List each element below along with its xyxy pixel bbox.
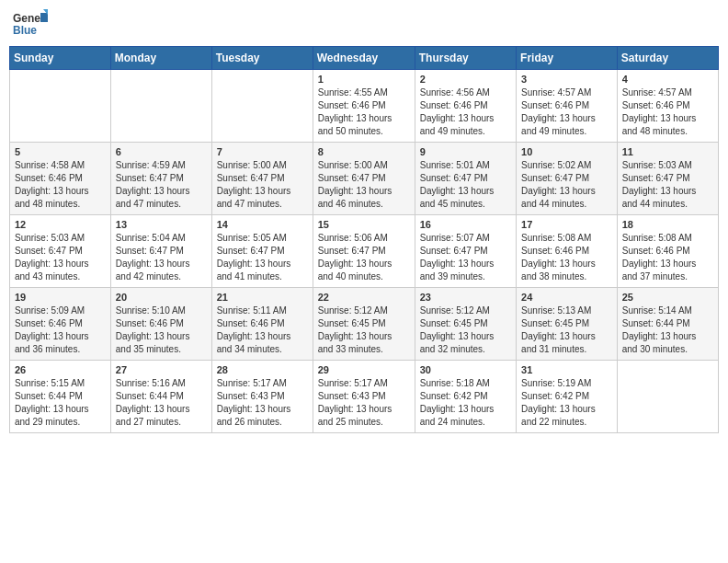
- day-number: 21: [217, 292, 308, 303]
- calendar-cell: 23Sunrise: 5:12 AM Sunset: 6:45 PM Dayli…: [415, 288, 516, 361]
- day-info: Sunrise: 5:18 AM Sunset: 6:42 PM Dayligh…: [420, 377, 511, 429]
- day-info: Sunrise: 5:11 AM Sunset: 6:46 PM Dayligh…: [217, 304, 308, 356]
- day-info: Sunrise: 5:03 AM Sunset: 6:47 PM Dayligh…: [15, 232, 106, 283]
- calendar-cell: [110, 70, 211, 143]
- calendar-cell: 25Sunrise: 5:14 AM Sunset: 6:44 PM Dayli…: [617, 288, 718, 361]
- calendar-cell: 17Sunrise: 5:08 AM Sunset: 6:46 PM Dayli…: [517, 215, 618, 288]
- day-info: Sunrise: 4:57 AM Sunset: 6:46 PM Dayligh…: [521, 86, 612, 138]
- calendar-cell: 15Sunrise: 5:06 AM Sunset: 6:47 PM Dayli…: [313, 215, 415, 288]
- logo-icon: General Blue: [13, 9, 48, 39]
- calendar-cell: 16Sunrise: 5:07 AM Sunset: 6:47 PM Dayli…: [415, 215, 516, 288]
- calendar-cell: [211, 70, 313, 143]
- day-info: Sunrise: 4:55 AM Sunset: 6:46 PM Dayligh…: [318, 86, 410, 138]
- svg-marker-2: [40, 13, 48, 22]
- day-number: 16: [420, 219, 511, 230]
- calendar-cell: 20Sunrise: 5:10 AM Sunset: 6:46 PM Dayli…: [110, 288, 211, 361]
- calendar-cell: 14Sunrise: 5:05 AM Sunset: 6:47 PM Dayli…: [211, 215, 313, 288]
- weekday-header-monday: Monday: [110, 47, 211, 70]
- day-number: 6: [116, 146, 207, 157]
- day-number: 4: [622, 74, 713, 85]
- calendar-cell: 30Sunrise: 5:18 AM Sunset: 6:42 PM Dayli…: [415, 361, 516, 433]
- day-info: Sunrise: 5:08 AM Sunset: 6:46 PM Dayligh…: [521, 232, 612, 283]
- day-number: 28: [217, 364, 308, 375]
- calendar-cell: [617, 361, 718, 433]
- calendar-cell: 9Sunrise: 5:01 AM Sunset: 6:47 PM Daylig…: [415, 143, 516, 215]
- day-info: Sunrise: 5:08 AM Sunset: 6:46 PM Dayligh…: [622, 232, 713, 283]
- calendar-cell: 26Sunrise: 5:15 AM Sunset: 6:44 PM Dayli…: [10, 361, 111, 433]
- calendar-cell: 29Sunrise: 5:17 AM Sunset: 6:43 PM Dayli…: [313, 361, 415, 433]
- day-number: 23: [420, 292, 511, 303]
- day-number: 5: [15, 146, 106, 157]
- day-number: 13: [116, 219, 207, 230]
- calendar-cell: 5Sunrise: 4:58 AM Sunset: 6:46 PM Daylig…: [10, 143, 111, 215]
- day-number: 3: [521, 74, 612, 85]
- logo: General Blue: [13, 9, 48, 39]
- day-info: Sunrise: 5:04 AM Sunset: 6:47 PM Dayligh…: [116, 232, 207, 283]
- day-info: Sunrise: 5:03 AM Sunset: 6:47 PM Dayligh…: [622, 159, 713, 211]
- day-info: Sunrise: 4:59 AM Sunset: 6:47 PM Dayligh…: [116, 159, 207, 211]
- calendar-cell: 28Sunrise: 5:17 AM Sunset: 6:43 PM Dayli…: [211, 361, 313, 433]
- day-number: 8: [318, 146, 410, 157]
- day-number: 20: [116, 292, 207, 303]
- calendar-cell: 8Sunrise: 5:00 AM Sunset: 6:47 PM Daylig…: [313, 143, 415, 215]
- day-number: 12: [15, 219, 106, 230]
- calendar-cell: 11Sunrise: 5:03 AM Sunset: 6:47 PM Dayli…: [617, 143, 718, 215]
- day-info: Sunrise: 5:15 AM Sunset: 6:44 PM Dayligh…: [15, 377, 106, 429]
- calendar-cell: 2Sunrise: 4:56 AM Sunset: 6:46 PM Daylig…: [415, 70, 516, 143]
- calendar-cell: 18Sunrise: 5:08 AM Sunset: 6:46 PM Dayli…: [617, 215, 718, 288]
- calendar-cell: 27Sunrise: 5:16 AM Sunset: 6:44 PM Dayli…: [110, 361, 211, 433]
- weekday-header-sunday: Sunday: [10, 47, 111, 70]
- day-number: 10: [521, 146, 612, 157]
- calendar-cell: 6Sunrise: 4:59 AM Sunset: 6:47 PM Daylig…: [110, 143, 211, 215]
- calendar-cell: 12Sunrise: 5:03 AM Sunset: 6:47 PM Dayli…: [10, 215, 111, 288]
- weekday-header-tuesday: Tuesday: [211, 47, 313, 70]
- day-number: 1: [318, 74, 410, 85]
- week-row-5: 26Sunrise: 5:15 AM Sunset: 6:44 PM Dayli…: [10, 361, 719, 433]
- calendar-cell: 7Sunrise: 5:00 AM Sunset: 6:47 PM Daylig…: [211, 143, 313, 215]
- day-info: Sunrise: 4:56 AM Sunset: 6:46 PM Dayligh…: [420, 86, 511, 138]
- day-info: Sunrise: 4:57 AM Sunset: 6:46 PM Dayligh…: [622, 86, 713, 138]
- day-info: Sunrise: 5:17 AM Sunset: 6:43 PM Dayligh…: [318, 377, 410, 429]
- weekday-header-thursday: Thursday: [415, 47, 516, 70]
- calendar-table: SundayMondayTuesdayWednesdayThursdayFrid…: [9, 46, 719, 433]
- day-info: Sunrise: 5:17 AM Sunset: 6:43 PM Dayligh…: [217, 377, 308, 429]
- day-number: 17: [521, 219, 612, 230]
- day-number: 22: [318, 292, 410, 303]
- calendar-cell: 4Sunrise: 4:57 AM Sunset: 6:46 PM Daylig…: [617, 70, 718, 143]
- day-number: 27: [116, 364, 207, 375]
- day-info: Sunrise: 5:00 AM Sunset: 6:47 PM Dayligh…: [318, 159, 410, 211]
- day-number: 18: [622, 219, 713, 230]
- day-info: Sunrise: 5:12 AM Sunset: 6:45 PM Dayligh…: [318, 304, 410, 356]
- day-info: Sunrise: 5:06 AM Sunset: 6:47 PM Dayligh…: [318, 232, 410, 283]
- day-number: 15: [318, 219, 410, 230]
- day-number: 26: [15, 364, 106, 375]
- page-header: General Blue: [9, 9, 719, 39]
- day-info: Sunrise: 5:12 AM Sunset: 6:45 PM Dayligh…: [420, 304, 511, 356]
- weekday-header-row: SundayMondayTuesdayWednesdayThursdayFrid…: [10, 47, 719, 70]
- calendar-cell: 19Sunrise: 5:09 AM Sunset: 6:46 PM Dayli…: [10, 288, 111, 361]
- calendar-cell: 21Sunrise: 5:11 AM Sunset: 6:46 PM Dayli…: [211, 288, 313, 361]
- day-info: Sunrise: 5:13 AM Sunset: 6:45 PM Dayligh…: [521, 304, 612, 356]
- day-number: 9: [420, 146, 511, 157]
- weekday-header-friday: Friday: [517, 47, 618, 70]
- day-info: Sunrise: 5:10 AM Sunset: 6:46 PM Dayligh…: [116, 304, 207, 356]
- day-number: 24: [521, 292, 612, 303]
- calendar-cell: 1Sunrise: 4:55 AM Sunset: 6:46 PM Daylig…: [313, 70, 415, 143]
- weekday-header-wednesday: Wednesday: [313, 47, 415, 70]
- day-info: Sunrise: 5:07 AM Sunset: 6:47 PM Dayligh…: [420, 232, 511, 283]
- day-number: 25: [622, 292, 713, 303]
- day-info: Sunrise: 5:09 AM Sunset: 6:46 PM Dayligh…: [15, 304, 106, 356]
- day-number: 2: [420, 74, 511, 85]
- calendar-cell: 13Sunrise: 5:04 AM Sunset: 6:47 PM Dayli…: [110, 215, 211, 288]
- day-info: Sunrise: 5:19 AM Sunset: 6:42 PM Dayligh…: [521, 377, 612, 429]
- calendar-cell: 10Sunrise: 5:02 AM Sunset: 6:47 PM Dayli…: [517, 143, 618, 215]
- day-number: 31: [521, 364, 612, 375]
- calendar-cell: [10, 70, 111, 143]
- day-info: Sunrise: 5:16 AM Sunset: 6:44 PM Dayligh…: [116, 377, 207, 429]
- day-info: Sunrise: 4:58 AM Sunset: 6:46 PM Dayligh…: [15, 159, 106, 211]
- day-info: Sunrise: 5:05 AM Sunset: 6:47 PM Dayligh…: [217, 232, 308, 283]
- week-row-3: 12Sunrise: 5:03 AM Sunset: 6:47 PM Dayli…: [10, 215, 719, 288]
- svg-text:Blue: Blue: [13, 24, 37, 37]
- day-number: 7: [217, 146, 308, 157]
- day-number: 11: [622, 146, 713, 157]
